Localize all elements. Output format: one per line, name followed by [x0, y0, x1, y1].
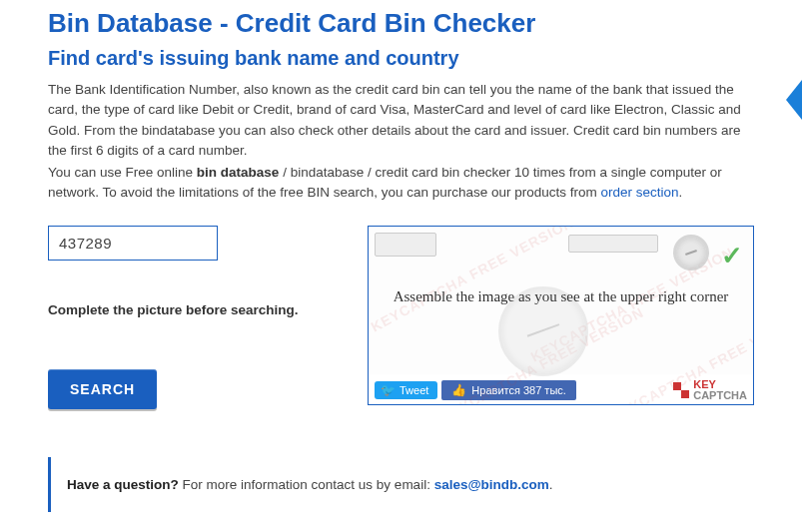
thumb-icon: 👍 [451, 383, 466, 397]
captcha-bottom-bar: 🐦 Tweet 👍 Нравится 387 тыс. KEY CAPTCHA [369, 374, 753, 405]
intro-paragraph-1: The Bank Identification Number, also kno… [48, 80, 754, 161]
watch-icon [673, 235, 709, 270]
contact-email-link[interactable]: sales@bindb.com [434, 477, 549, 492]
search-button[interactable]: SEARCH [48, 369, 157, 409]
page-title: Bin Database - Credit Card Bin Checker [48, 8, 754, 39]
fb-like-label: Нравится 387 тыс. [471, 384, 566, 396]
tweet-label: Tweet [400, 384, 428, 396]
tweet-button[interactable]: 🐦 Tweet [375, 381, 437, 399]
keycaptcha-logo[interactable]: KEY CAPTCHA [673, 379, 747, 401]
captcha-assemble-text: Assemble the image as you see at the upp… [369, 288, 753, 305]
captcha-piece[interactable] [375, 233, 436, 257]
keycaptcha-mark-icon [673, 382, 689, 398]
question-lead: Have a question? [67, 477, 179, 492]
captcha-widget: KEYCAPTCHA FREE VERSION KEYCAPTCHA FREE … [368, 226, 754, 405]
captcha-stage[interactable]: KEYCAPTCHA FREE VERSION KEYCAPTCHA FREE … [369, 227, 753, 374]
main-content: Bin Database - Credit Card Bin Checker F… [0, 0, 802, 532]
question-tail: . [549, 477, 553, 492]
page-subtitle: Find card's issuing bank name and countr… [48, 47, 754, 70]
twitter-icon: 🐦 [381, 384, 396, 396]
checkmark-icon: ✓ [721, 241, 743, 271]
intro-text: You can use Free online [48, 165, 197, 180]
bin-input[interactable] [48, 226, 218, 261]
question-callout: Have a question? For more information co… [48, 457, 754, 512]
order-section-link[interactable]: order section [601, 185, 679, 200]
bin-database-strong: bin database [197, 165, 280, 180]
intro-text: . [679, 185, 683, 200]
intro-paragraph-2: You can use Free online bin database / b… [48, 163, 754, 204]
form-left-column: Complete the picture before searching. S… [48, 226, 368, 409]
search-form-area: Complete the picture before searching. S… [48, 226, 754, 409]
kc-logo-bottom: CAPTCHA [693, 390, 747, 401]
question-text: For more information contact us by email… [179, 477, 434, 492]
captcha-instruction-text: Complete the picture before searching. [48, 302, 368, 317]
captcha-piece[interactable] [568, 235, 658, 253]
facebook-like-button[interactable]: 👍 Нравится 387 тыс. [441, 380, 576, 400]
kc-logo-top: KEY [693, 379, 747, 390]
